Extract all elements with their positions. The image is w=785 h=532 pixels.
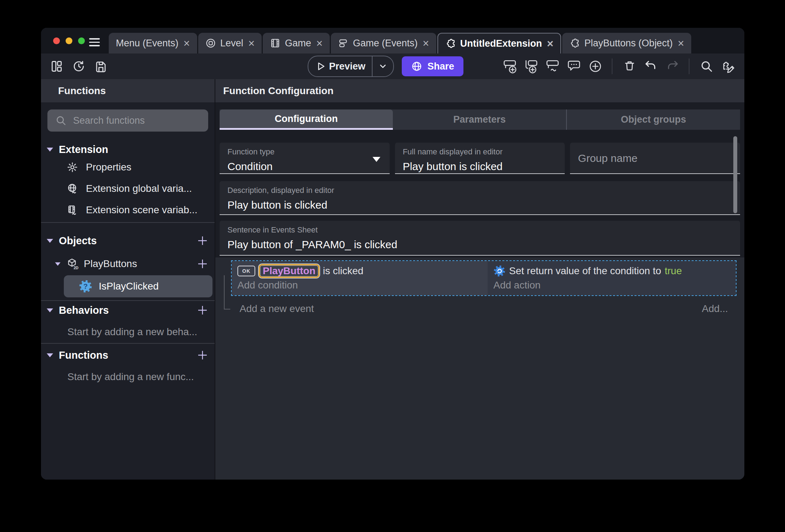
add-object-button[interactable] bbox=[196, 234, 209, 247]
delete-button[interactable] bbox=[621, 58, 638, 74]
object-row-playbuttons[interactable]: 2D PlayButtons bbox=[41, 252, 215, 275]
share-button[interactable]: Share bbox=[402, 56, 463, 76]
description-field[interactable]: Description, displayed in editor Play bu… bbox=[220, 181, 740, 215]
tab-level[interactable]: Level × bbox=[198, 33, 262, 53]
sentence-field[interactable]: Sentence in Events Sheet Play button of … bbox=[220, 221, 740, 256]
action-value[interactable]: true bbox=[665, 265, 682, 277]
full-name-field[interactable]: Full name displayed in editor Play butto… bbox=[395, 143, 565, 174]
field-label: Function type bbox=[227, 147, 382, 157]
item-label: Extension scene variab... bbox=[86, 204, 197, 216]
section-extension[interactable]: Extension bbox=[41, 142, 215, 157]
add-standard-event-button[interactable] bbox=[501, 58, 518, 74]
close-icon[interactable]: × bbox=[248, 38, 255, 49]
conditions-cell[interactable]: OK PlayButton is clicked Add condition bbox=[232, 261, 488, 295]
preview-button[interactable]: Preview bbox=[308, 56, 394, 77]
menu-icon[interactable] bbox=[89, 38, 100, 46]
function-item-isplayclicked-selected[interactable]: ? IsPlayClicked bbox=[64, 275, 212, 297]
tab-game[interactable]: Game × bbox=[263, 33, 330, 53]
close-window-button[interactable] bbox=[53, 37, 60, 44]
section-behaviors[interactable]: Behaviors bbox=[41, 303, 215, 317]
chevron-expand-icon[interactable] bbox=[55, 262, 60, 265]
plus-icon bbox=[196, 257, 209, 270]
trash-icon bbox=[622, 59, 637, 73]
dropdown-caret-icon bbox=[373, 157, 380, 162]
condition-text: is clicked bbox=[323, 265, 364, 277]
preview-label: Preview bbox=[329, 61, 365, 72]
search-input[interactable] bbox=[72, 115, 200, 127]
tab-label: UntitledExtension bbox=[460, 38, 542, 49]
selected-event[interactable]: OK PlayButton is clicked Add condition S… bbox=[231, 260, 737, 296]
close-icon[interactable]: × bbox=[184, 38, 190, 49]
save-button[interactable] bbox=[93, 58, 109, 74]
chevron-expand-icon[interactable] bbox=[47, 239, 53, 243]
preview-dropdown-button[interactable] bbox=[373, 62, 393, 71]
field-label: Sentence in Events Sheet bbox=[227, 225, 732, 235]
add-free-function-button[interactable] bbox=[196, 349, 209, 362]
close-icon[interactable]: × bbox=[316, 38, 323, 49]
undo-button[interactable] bbox=[642, 58, 660, 74]
add-behavior-button[interactable] bbox=[196, 304, 209, 317]
field-value: Play button of _PARAM0_ is clicked bbox=[227, 239, 732, 251]
share-label: Share bbox=[427, 61, 454, 72]
project-manager-button[interactable] bbox=[49, 58, 65, 74]
sidebar-title: Functions bbox=[58, 85, 106, 97]
edit-extension-button[interactable] bbox=[719, 58, 737, 74]
sidebar-item-properties[interactable]: Properties bbox=[41, 157, 215, 178]
add-condition-button[interactable]: Add condition bbox=[237, 279, 482, 292]
tab-parameters[interactable]: Parameters bbox=[393, 109, 566, 130]
action-line[interactable]: Set return value of the condition to tru… bbox=[493, 264, 730, 278]
close-icon[interactable]: × bbox=[547, 38, 553, 49]
sidebar-item-extension-global-variables[interactable]: Extension global varia... bbox=[41, 178, 215, 199]
object-chip[interactable]: PlayButton bbox=[259, 264, 319, 278]
search-button[interactable] bbox=[698, 58, 715, 74]
tab-bar: Menu (Events) × Level × Game × bbox=[109, 33, 691, 53]
redo-button[interactable] bbox=[664, 58, 681, 74]
add-new-event-button[interactable]: Add a new event bbox=[240, 303, 314, 314]
add-other-event-button[interactable] bbox=[544, 58, 561, 74]
play-icon bbox=[315, 61, 326, 72]
sidebar-item-extension-scene-variables[interactable]: Extension scene variab... bbox=[41, 199, 215, 221]
field-label: Description, displayed in editor bbox=[227, 186, 732, 195]
actions-cell[interactable]: Set return value of the condition to tru… bbox=[488, 261, 736, 295]
condition-line[interactable]: OK PlayButton is clicked bbox=[237, 264, 482, 278]
chevron-expand-icon[interactable] bbox=[47, 308, 53, 312]
tab-game-events[interactable]: Game (Events) × bbox=[331, 33, 436, 53]
add-subevent-button[interactable] bbox=[523, 58, 540, 74]
section-functions[interactable]: Functions bbox=[41, 348, 215, 362]
tab-menu-events[interactable]: Menu (Events) × bbox=[109, 33, 197, 53]
add-function-to-object-button[interactable] bbox=[196, 257, 209, 270]
add-comment-button[interactable] bbox=[565, 58, 583, 74]
condition-function-icon: ? bbox=[79, 280, 92, 293]
chevron-expand-icon[interactable] bbox=[47, 148, 53, 152]
search-icon bbox=[55, 115, 67, 126]
titlebar: Menu (Events) × Level × Game × bbox=[41, 28, 744, 53]
section-label: Objects bbox=[59, 235, 97, 247]
svg-text:?: ? bbox=[83, 282, 88, 290]
maximize-window-button[interactable] bbox=[78, 37, 85, 44]
tab-configuration[interactable]: Configuration bbox=[220, 109, 393, 130]
add-action-button[interactable]: Add action bbox=[493, 279, 730, 292]
tab-label: Level bbox=[220, 38, 243, 49]
field-value: Play button is clicked bbox=[227, 199, 732, 211]
close-icon[interactable]: × bbox=[678, 38, 684, 49]
section-objects[interactable]: Objects bbox=[41, 234, 215, 248]
close-icon[interactable]: × bbox=[423, 38, 429, 49]
extension-edit-icon bbox=[720, 59, 735, 74]
minimize-window-button[interactable] bbox=[66, 37, 72, 44]
tab-playbuttons-object[interactable]: PlayButtons (Object) × bbox=[562, 33, 691, 53]
search-functions-box[interactable] bbox=[47, 109, 208, 132]
tab-object-groups[interactable]: Object groups bbox=[566, 109, 740, 130]
function-type-select[interactable]: Function type Condition bbox=[220, 143, 390, 174]
history-clock-icon bbox=[72, 60, 86, 73]
item-label: Extension global varia... bbox=[86, 183, 192, 194]
add-more-button[interactable]: Add... bbox=[702, 303, 728, 314]
window-body: Functions Extension Properties bbox=[41, 79, 744, 480]
field-row: Function type Condition Full name displa… bbox=[220, 143, 740, 174]
scrollbar-thumb[interactable] bbox=[733, 136, 737, 213]
choose-event-button[interactable] bbox=[587, 58, 604, 74]
version-history-button[interactable] bbox=[71, 58, 87, 74]
tab-label: Game (Events) bbox=[353, 38, 418, 49]
group-name-field[interactable]: Group name bbox=[570, 143, 740, 174]
chevron-expand-icon[interactable] bbox=[47, 353, 53, 357]
tab-untitled-extension[interactable]: UntitledExtension × bbox=[437, 33, 561, 53]
